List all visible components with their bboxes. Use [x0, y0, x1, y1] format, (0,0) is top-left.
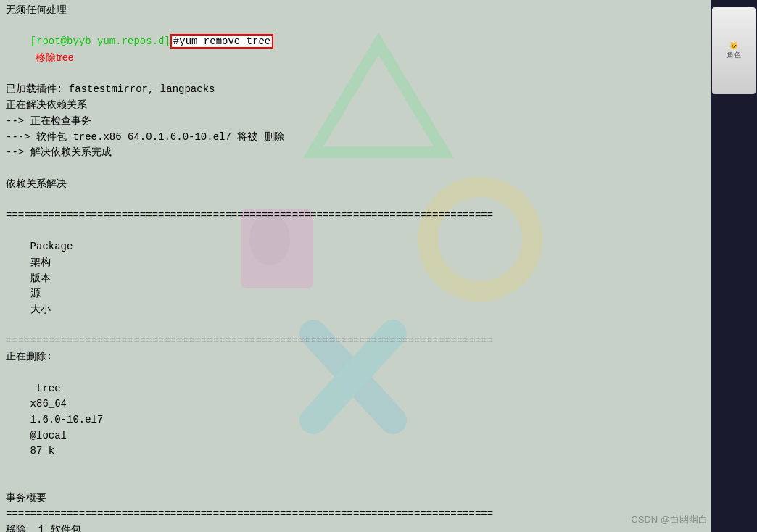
- line-8: [6, 161, 705, 177]
- line-9: 依赖关系解决: [6, 177, 705, 193]
- transaction-summary: 事务概要: [6, 491, 705, 507]
- character-image: 🐱角色: [712, 7, 756, 94]
- line-2: [root@byyb yum.repos.d]#yum remove tree …: [6, 19, 705, 83]
- table-row-1: tree x86_64 1.6.0-10.el7 @local 87 k: [6, 365, 705, 475]
- line-6: ---> 软件包 tree.x86 64.0.1.6.0-10.el7 将被 删…: [6, 130, 705, 146]
- command-box: #yum remove tree: [170, 34, 273, 49]
- line-7: --> 解决依赖关系完成: [6, 145, 705, 161]
- watermark: CSDN @白幽幽白: [631, 513, 708, 526]
- right-sidebar: 🐱角色: [711, 0, 757, 532]
- prompt-1: [root@byyb yum.repos.d]: [30, 36, 170, 47]
- line-10: [6, 192, 705, 208]
- line-5: --> 正在检查事务: [6, 114, 705, 130]
- line-3: 已加载插件: fastestmirror, langpacks: [6, 82, 705, 98]
- line-4: 正在解决依赖关系: [6, 98, 705, 114]
- table-header: Package 架构 版本 源 大小: [6, 224, 705, 334]
- sep-1: ========================================…: [6, 208, 705, 224]
- blank-1: [6, 475, 705, 491]
- sep-3: ========================================…: [6, 507, 705, 523]
- sep-2: ========================================…: [6, 333, 705, 349]
- remove-count: 移除 1 软件包: [6, 523, 705, 532]
- deleting-label: 正在删除:: [6, 349, 705, 365]
- terminal: 无须任何处理 [root@byyb yum.repos.d]#yum remov…: [0, 0, 711, 532]
- line-1: 无须任何处理: [6, 3, 705, 19]
- arrow-1: 移除tree: [30, 51, 74, 63]
